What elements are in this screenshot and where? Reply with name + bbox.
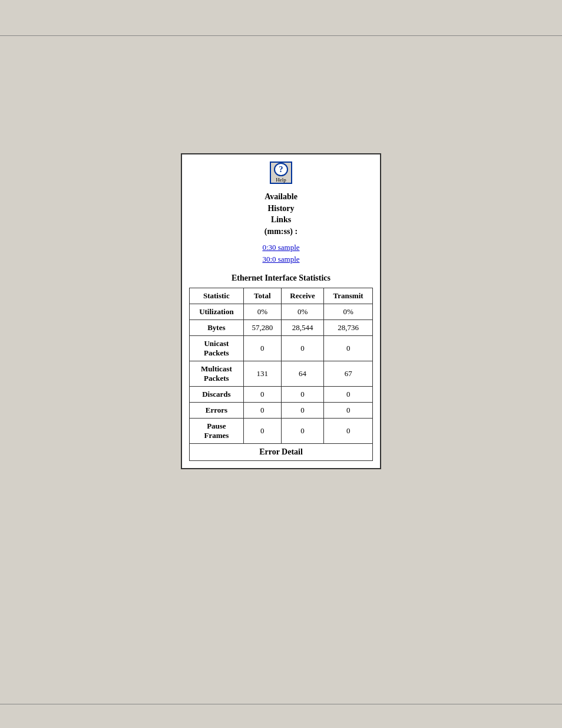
header-receive: Receive [281,288,323,304]
cell-total-6: 0 [243,419,281,444]
help-button-wrapper: ? Help [270,162,292,184]
cell-transmit-4: 0 [324,387,373,403]
help-icon-circle: ? [274,163,288,176]
cell-total-1: 57,280 [243,320,281,336]
cell-receive-0: 0% [281,304,323,320]
cell-transmit-0: 0% [324,304,373,320]
cell-receive-2: 0 [281,336,323,361]
table-header-row: Statistic Total Receive Transmit [190,288,373,304]
header-total: Total [243,288,281,304]
cell-total-3: 131 [243,361,281,387]
bottom-rule [0,704,562,704]
cell-transmit-3: 67 [324,361,373,387]
header-statistic: Statistic [190,288,244,304]
history-title: Available History Links (mm:ss) : [265,191,297,237]
ethernet-stats-title: Ethernet Interface Statistics [232,274,330,283]
cell-stat-5: Errors [190,403,244,419]
cell-stat-3: MulticastPackets [190,361,244,387]
cell-transmit-6: 0 [324,419,373,444]
help-label: Help [276,177,286,183]
table-row: Errors000 [190,403,373,419]
main-content: ? Help Available History Links (mm:ss) :… [0,0,562,469]
cell-receive-5: 0 [281,403,323,419]
top-rule [0,35,562,36]
cell-receive-6: 0 [281,419,323,444]
cell-receive-3: 64 [281,361,323,387]
cell-receive-4: 0 [281,387,323,403]
cell-stat-1: Bytes [190,320,244,336]
cell-total-0: 0% [243,304,281,320]
cell-transmit-5: 0 [324,403,373,419]
cell-stat-6: PauseFrames [190,419,244,444]
table-row: Utilization0%0%0% [190,304,373,320]
cell-stat-0: Utilization [190,304,244,320]
cell-total-2: 0 [243,336,281,361]
table-row: Bytes57,28028,54428,736 [190,320,373,336]
cell-transmit-1: 28,736 [324,320,373,336]
sample-link-1[interactable]: 30:0 sample [262,255,299,264]
stats-table: Statistic Total Receive Transmit Utiliza… [189,288,373,444]
table-row: Discards000 [190,387,373,403]
table-row: MulticastPackets1316467 [190,361,373,387]
table-row: PauseFrames000 [190,419,373,444]
cell-stat-2: UnicastPackets [190,336,244,361]
header-transmit: Transmit [324,288,373,304]
links-area: 0:30 sample 30:0 sample [189,243,373,266]
statistics-panel: ? Help Available History Links (mm:ss) :… [181,153,381,469]
error-detail-bar: Error Detail [189,444,373,461]
cell-total-5: 0 [243,403,281,419]
cell-stat-4: Discards [190,387,244,403]
cell-receive-1: 28,544 [281,320,323,336]
sample-link-0[interactable]: 0:30 sample [262,243,299,252]
help-button[interactable]: ? Help [270,162,292,184]
cell-total-4: 0 [243,387,281,403]
cell-transmit-2: 0 [324,336,373,361]
table-row: UnicastPackets000 [190,336,373,361]
